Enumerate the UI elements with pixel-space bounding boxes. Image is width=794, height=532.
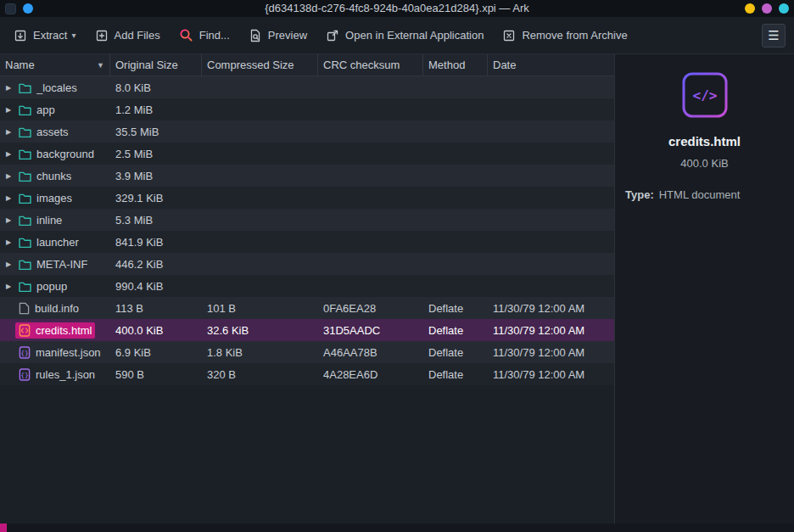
toolbar: Extract ▾ Add Files Find... Preview Op — [0, 17, 794, 54]
cell-name: ▶app — [0, 98, 110, 120]
table-row[interactable]: build.info113 B101 B0FA6EA28Deflate11/30… — [0, 297, 614, 319]
expand-arrow-icon[interactable]: ▶ — [2, 106, 15, 114]
column-header-date[interactable]: Date — [488, 54, 614, 76]
cell-original-size: 35.5 MiB — [110, 120, 202, 143]
expand-arrow-icon[interactable]: ▶ — [2, 172, 15, 180]
cell-name: {}rules_1.json — [0, 363, 110, 385]
info-type-row: Type:HTML document — [615, 188, 794, 201]
cell-date — [488, 187, 614, 209]
cell-date — [488, 120, 614, 143]
cell-date — [488, 231, 614, 253]
expand-arrow-icon[interactable]: ▶ — [2, 216, 15, 224]
table-row[interactable]: ▶META-INF446.2 KiB — [0, 253, 614, 275]
info-type-value: HTML document — [659, 188, 741, 201]
column-header-original-size[interactable]: Original Size — [110, 54, 202, 76]
info-filename: credits.html — [668, 134, 741, 148]
file-view: Name ▼ Original Size Compressed Size CRC… — [0, 54, 615, 524]
cell-compressed-size: 320 B — [202, 363, 318, 385]
close-button[interactable] — [779, 3, 789, 14]
file-name: rules_1.json — [36, 368, 95, 381]
expand-arrow-icon[interactable]: ▶ — [2, 283, 15, 290]
cell-method — [423, 187, 488, 209]
svg-text:{}: {} — [20, 371, 29, 378]
table-row[interactable]: ▶images329.1 KiB — [0, 187, 614, 209]
file-icon — [19, 302, 30, 315]
name-chip: build.info — [15, 300, 82, 316]
code-file-icon: </> — [681, 71, 729, 122]
cell-crc — [318, 253, 423, 275]
file-name: _locales — [36, 81, 77, 94]
menu-button[interactable]: ☰ — [762, 24, 786, 48]
open-external-icon — [326, 29, 339, 42]
file-name: app — [36, 104, 55, 116]
cell-date — [488, 275, 614, 297]
file-name: inline — [36, 214, 62, 227]
expand-arrow-icon[interactable]: ▶ — [2, 84, 15, 92]
column-header-crc[interactable]: CRC checksum — [318, 54, 423, 76]
column-label: Compressed Size — [207, 59, 294, 71]
expand-arrow-icon[interactable]: ▶ — [2, 260, 15, 268]
table-row[interactable]: {}manifest.json6.9 KiB1.8 KiBA46AA78BDef… — [0, 341, 614, 363]
column-header-method[interactable]: Method — [423, 54, 488, 76]
cell-method — [423, 165, 488, 187]
minimize-button[interactable] — [745, 3, 755, 14]
file-name: background — [36, 148, 94, 160]
add-files-button[interactable]: Add Files — [87, 23, 169, 48]
table-row[interactable]: ▶launcher841.9 KiB — [0, 231, 614, 253]
name-chip: popup — [15, 278, 70, 294]
json-file-icon: {} — [19, 368, 31, 381]
find-icon — [179, 28, 193, 42]
preview-icon — [249, 29, 262, 42]
table-row[interactable]: ▶popup990.4 KiB — [0, 275, 614, 297]
maximize-button[interactable] — [762, 3, 772, 14]
name-chip: assets — [15, 124, 72, 140]
column-label: CRC checksum — [323, 59, 400, 71]
cell-compressed-size — [202, 275, 318, 297]
folder-icon — [19, 215, 31, 226]
cell-name: build.info — [0, 297, 110, 319]
cell-compressed-size — [202, 253, 318, 275]
cell-original-size: 590 B — [110, 363, 202, 385]
cell-original-size: 446.2 KiB — [110, 253, 202, 275]
table-row[interactable]: credits.html400.0 KiB32.6 KiB31D5AADCDef… — [0, 319, 614, 341]
column-header-compressed-size[interactable]: Compressed Size — [202, 54, 318, 76]
preview-button[interactable]: Preview — [240, 23, 316, 48]
cell-crc — [318, 209, 423, 231]
column-header-name[interactable]: Name ▼ — [0, 54, 110, 76]
table-row[interactable]: ▶assets35.5 MiB — [0, 120, 614, 143]
extract-button[interactable]: Extract ▾ — [5, 23, 85, 48]
window-controls — [745, 3, 794, 14]
cell-original-size: 8.0 KiB — [110, 76, 202, 98]
expand-arrow-icon[interactable]: ▶ — [2, 194, 15, 202]
folder-icon — [19, 281, 31, 292]
name-chip: images — [15, 190, 75, 206]
preview-label: Preview — [268, 29, 307, 42]
cell-method — [423, 231, 488, 253]
sort-descending-icon: ▼ — [97, 61, 104, 70]
table-row[interactable]: {}rules_1.json590 B320 B4A28EA6DDeflate1… — [0, 363, 614, 385]
remove-from-archive-button[interactable]: Remove from Archive — [494, 23, 635, 48]
extract-icon — [14, 29, 27, 42]
expand-arrow-icon[interactable]: ▶ — [2, 238, 15, 246]
cell-crc: 31D5AADC — [318, 319, 423, 341]
cell-crc — [318, 275, 423, 297]
expand-arrow-icon[interactable]: ▶ — [2, 150, 15, 158]
table-row[interactable]: ▶inline5.3 MiB — [0, 209, 614, 231]
cell-name: ▶background — [0, 143, 110, 165]
table-row[interactable]: ▶background2.5 MiB — [0, 143, 614, 165]
cell-method — [423, 76, 488, 98]
table-row[interactable]: ▶app1.2 MiB — [0, 98, 614, 120]
cell-crc — [318, 187, 423, 209]
cell-original-size: 6.9 KiB — [110, 341, 202, 363]
expand-arrow-icon[interactable]: ▶ — [2, 128, 15, 136]
cell-method: Deflate — [423, 363, 488, 385]
cell-date — [488, 253, 614, 275]
table-row[interactable]: ▶_locales8.0 KiB — [0, 76, 614, 98]
cell-crc — [318, 165, 423, 187]
table-row[interactable]: ▶chunks3.9 MiB — [0, 165, 614, 187]
cell-method — [423, 275, 488, 297]
open-external-button[interactable]: Open in External Application — [317, 23, 492, 48]
cell-compressed-size: 1.8 KiB — [202, 341, 318, 363]
cell-crc: A46AA78B — [318, 341, 423, 363]
find-button[interactable]: Find... — [171, 22, 238, 48]
